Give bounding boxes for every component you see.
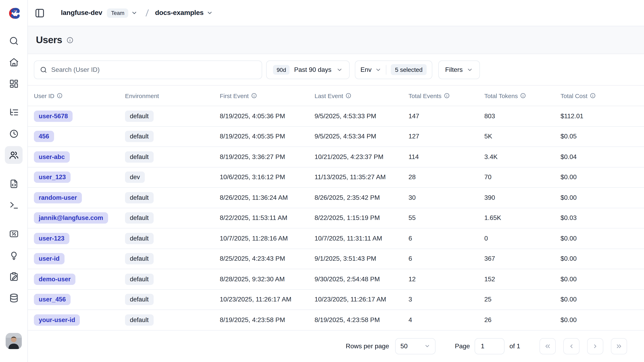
column-header[interactable]: Total Events xyxy=(408,92,484,99)
chevrons-left-icon xyxy=(544,343,551,350)
table-row[interactable]: random-user default 8/26/2025, 11:36:24 … xyxy=(28,188,644,208)
column-header[interactable]: Total Cost xyxy=(560,92,644,99)
total-cost-cell: $0.03 xyxy=(560,214,644,222)
user-id-badge[interactable]: user-123 xyxy=(34,233,69,244)
environment-badge: default xyxy=(125,274,154,285)
search-icon xyxy=(40,66,47,73)
environment-badge: default xyxy=(125,253,154,264)
user-id-badge[interactable]: demo-user xyxy=(34,274,76,285)
user-id-badge[interactable]: your-user-id xyxy=(34,314,80,326)
user-id-badge[interactable]: random-user xyxy=(34,192,82,203)
top-bar: langfuse-dev Team docs-examples xyxy=(28,0,644,26)
last-event-cell: 9/1/2025, 3:51:43 PM xyxy=(314,255,408,262)
environment-selected-badge: 5 selected xyxy=(391,64,427,75)
org-name[interactable]: langfuse-dev xyxy=(61,9,102,17)
info-icon xyxy=(251,93,257,99)
sidebar-item-dashboards[interactable] xyxy=(5,75,22,92)
project-switcher-button[interactable] xyxy=(206,10,213,16)
table-row[interactable]: user-id default 8/25/2025, 4:23:43 PM 9/… xyxy=(28,249,644,269)
info-icon xyxy=(57,93,62,99)
table-row[interactable]: jannik@langfuse.com default 8/22/2025, 1… xyxy=(28,208,644,228)
org-switcher-button[interactable] xyxy=(131,10,138,16)
search-box[interactable] xyxy=(34,60,262,79)
user-avatar[interactable] xyxy=(6,333,22,349)
langfuse-logo[interactable] xyxy=(0,0,28,26)
info-icon xyxy=(66,37,74,43)
page-title-info-button[interactable] xyxy=(66,37,74,43)
sidebar-toggle-button[interactable] xyxy=(32,6,47,20)
last-page-button[interactable] xyxy=(611,338,627,354)
date-range-label: Past 90 days xyxy=(294,66,332,73)
sidebar-item-insights[interactable] xyxy=(5,246,22,264)
environment-badge: default xyxy=(125,151,154,163)
table-row[interactable]: user-abc default 8/19/2025, 3:36:27 PM 1… xyxy=(28,147,644,167)
sidebar-item-prompts[interactable] xyxy=(5,175,22,192)
first-event-cell: 8/22/2025, 11:53:11 AM xyxy=(220,214,314,222)
user-id-badge[interactable]: user_456 xyxy=(34,294,70,305)
table-header-row: User ID Environment First Event xyxy=(28,86,644,106)
table-row[interactable]: your-user-id default 8/19/2025, 4:23:58 … xyxy=(28,310,644,330)
filters-button[interactable]: Filters xyxy=(438,60,480,79)
environment-badge: default xyxy=(125,294,154,305)
page-label: Page xyxy=(455,343,470,350)
total-events-cell: 4 xyxy=(408,316,484,324)
column-header[interactable]: User ID xyxy=(34,92,125,99)
project-name[interactable]: docs-examples xyxy=(155,9,204,17)
sidebar-item-search[interactable] xyxy=(5,32,22,50)
user-id-badge[interactable]: user-id xyxy=(34,253,64,264)
user-id-badge[interactable]: user_123 xyxy=(34,172,70,183)
sidebar-item-evaluation[interactable] xyxy=(5,225,22,243)
last-event-cell: 9/5/2025, 4:53:33 PM xyxy=(314,113,408,120)
column-header[interactable]: Environment xyxy=(125,92,220,99)
total-tokens-cell: 0 xyxy=(484,235,560,242)
user-id-badge[interactable]: user-abc xyxy=(34,151,70,163)
last-event-cell: 8/26/2025, 2:35:42 PM xyxy=(314,194,408,201)
user-id-badge[interactable]: jannik@langfuse.com xyxy=(34,212,108,224)
sidebar-item-sessions[interactable] xyxy=(5,125,22,142)
table-row[interactable]: demo-user default 8/28/2025, 9:32:30 AM … xyxy=(28,269,644,289)
previous-page-button[interactable] xyxy=(563,338,580,354)
table-row[interactable]: 456 default 8/19/2025, 4:05:35 PM 9/5/20… xyxy=(28,127,644,147)
sidebar-item-users[interactable] xyxy=(5,146,22,164)
environment-badge: default xyxy=(125,314,154,326)
sidebar-item-tracing[interactable] xyxy=(5,103,22,121)
total-cost-cell: $0.00 xyxy=(560,296,644,303)
user-id-badge[interactable]: user-5678 xyxy=(34,111,73,122)
total-tokens-cell: 5K xyxy=(484,133,560,140)
sidebar-item-playground[interactable] xyxy=(5,196,22,214)
column-header[interactable]: Total Tokens xyxy=(484,92,560,99)
table-row[interactable]: user_123 dev 10/6/2025, 3:16:12 PM 11/13… xyxy=(28,167,644,188)
search-icon xyxy=(9,36,19,46)
chevron-left-icon xyxy=(568,343,575,350)
total-tokens-cell: 26 xyxy=(484,316,560,324)
last-event-cell: 11/13/2025, 11:35:27 AM xyxy=(314,174,408,181)
chevron-down-icon xyxy=(375,66,382,73)
first-page-button[interactable] xyxy=(540,338,556,354)
sidebar-item-datasets[interactable] xyxy=(5,289,22,307)
column-header-label: Total Tokens xyxy=(484,92,518,99)
sidebar-item-home[interactable] xyxy=(5,53,22,71)
next-page-button[interactable] xyxy=(587,338,603,354)
first-event-cell: 8/19/2025, 4:05:36 PM xyxy=(220,113,314,120)
environment-filter-button[interactable]: Env 5 selected xyxy=(355,60,432,79)
column-header[interactable]: Last Event xyxy=(314,92,408,99)
table-row[interactable]: user-5678 default 8/19/2025, 4:05:36 PM … xyxy=(28,106,644,127)
users-table: User ID Environment First Event xyxy=(28,85,644,330)
table-row[interactable]: user_456 default 10/23/2025, 11:26:17 AM… xyxy=(28,289,644,310)
user-id-badge[interactable]: 456 xyxy=(34,131,54,142)
environment-filter-label: Env xyxy=(360,66,372,73)
dashboard-icon xyxy=(9,79,19,89)
environment-badge: default xyxy=(125,233,154,244)
rows-per-page-select[interactable]: 50 xyxy=(395,338,436,354)
page-count-label: of 1 xyxy=(510,343,520,350)
pager-buttons xyxy=(540,338,627,354)
column-header[interactable]: First Event xyxy=(220,92,314,99)
search-input[interactable] xyxy=(51,66,256,73)
page-title: Users xyxy=(36,34,62,46)
date-range-button[interactable]: 90d Past 90 days xyxy=(266,60,350,79)
table-row[interactable]: user-123 default 10/7/2025, 11:28:16 AM … xyxy=(28,228,644,249)
column-header-label: User ID xyxy=(34,92,54,99)
page-number-input[interactable] xyxy=(475,338,505,354)
filter-bar: 90d Past 90 days Env 5 selected Filters xyxy=(28,54,644,85)
sidebar-item-annotation[interactable] xyxy=(5,268,22,285)
